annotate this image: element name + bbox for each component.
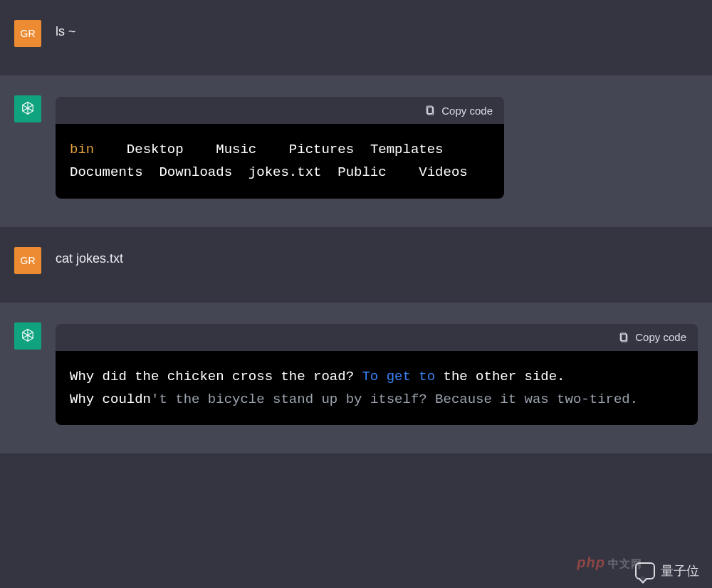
user-avatar: GR: [14, 247, 41, 274]
code-output: bin Desktop Music Pictures Templates Doc…: [56, 124, 504, 199]
code-block: Copy codebin Desktop Music Pictures Temp…: [56, 97, 504, 199]
assistant-message: Copy codeWhy did the chicken cross the r…: [0, 303, 712, 454]
message-content: Copy codeWhy did the chicken cross the r…: [56, 322, 698, 426]
code-output: Why did the chicken cross the road? To g…: [56, 351, 698, 426]
code-segment: Why couldn: [70, 392, 151, 407]
code-segment: To get to: [362, 369, 435, 384]
code-segment: Why did the chicken cross the road?: [70, 369, 362, 384]
message-content: ls ~: [56, 20, 698, 39]
user-prompt-text: ls ~: [56, 24, 698, 39]
code-header: Copy code: [56, 97, 504, 124]
user-message: GRcat jokes.txt: [0, 227, 712, 303]
copy-code-button[interactable]: Copy code: [424, 104, 493, 117]
watermark-text: 量子位: [661, 562, 699, 579]
clipboard-icon: [618, 331, 629, 344]
message-content: Copy codebin Desktop Music Pictures Temp…: [56, 95, 698, 199]
php-watermark: php中文网: [577, 555, 642, 571]
user-message: GRls ~: [0, 0, 712, 75]
code-block: Copy codeWhy did the chicken cross the r…: [56, 324, 698, 426]
openai-logo-icon: [19, 100, 36, 117]
code-segment: bin: [70, 142, 94, 157]
user-prompt-text: cat jokes.txt: [56, 251, 698, 266]
clipboard-icon: [424, 104, 436, 117]
assistant-avatar: [14, 322, 41, 350]
user-avatar: GR: [14, 20, 41, 47]
assistant-avatar: [14, 95, 41, 122]
assistant-message: Copy codebin Desktop Music Pictures Temp…: [0, 75, 712, 227]
chat-bubble-icon: [635, 562, 655, 579]
code-segment: Desktop Music Pictures Templates Documen…: [70, 142, 468, 180]
message-content: cat jokes.txt: [56, 247, 698, 266]
copy-code-button[interactable]: Copy code: [618, 331, 686, 344]
code-segment: 't the bicycle stand up by itself? Becau…: [151, 392, 638, 407]
copy-code-label: Copy code: [441, 105, 493, 117]
copy-code-label: Copy code: [635, 331, 686, 343]
source-watermark: 量子位: [635, 562, 699, 579]
code-segment: the other side.: [435, 369, 565, 384]
code-header: Copy code: [56, 324, 698, 351]
openai-logo-icon: [19, 327, 36, 345]
